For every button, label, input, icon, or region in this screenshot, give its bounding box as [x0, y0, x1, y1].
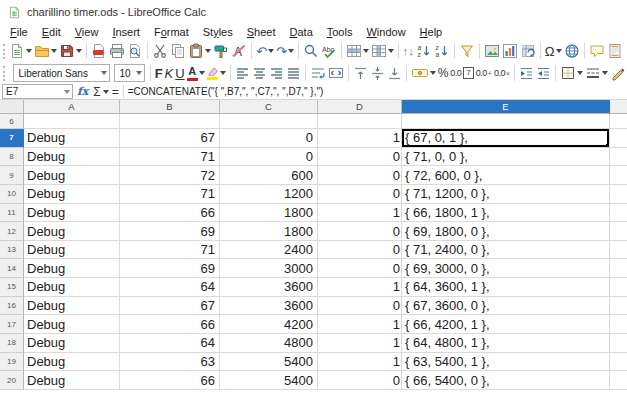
- cell-B19[interactable]: 63: [120, 353, 220, 372]
- dropdown-arrow-icon[interactable]: [602, 71, 608, 75]
- cell-B12[interactable]: 69: [120, 222, 220, 241]
- bold-icon[interactable]: F: [154, 63, 164, 83]
- justify-icon[interactable]: [285, 63, 302, 83]
- cell-B20[interactable]: 66: [120, 371, 220, 390]
- cell-C16[interactable]: 3600: [220, 297, 318, 316]
- cell-A15[interactable]: Debug: [24, 278, 120, 297]
- cell-D10[interactable]: 0: [318, 185, 402, 204]
- cell-B15[interactable]: 64: [120, 278, 220, 297]
- insert-chart-icon[interactable]: [501, 41, 519, 61]
- cell-A12[interactable]: Debug: [24, 222, 120, 241]
- select-all-corner[interactable]: [0, 100, 24, 114]
- cell-A19[interactable]: Debug: [24, 353, 120, 372]
- cell-B17[interactable]: 66: [120, 315, 220, 334]
- print-preview-icon[interactable]: [126, 41, 144, 61]
- cell-E15[interactable]: { 64, 3600, 1 },: [402, 278, 610, 297]
- cell-E20[interactable]: { 66, 5400, 0 },: [402, 371, 610, 390]
- col-header-e[interactable]: E: [402, 100, 610, 114]
- row-header-9[interactable]: 9: [0, 166, 24, 185]
- borders-icon[interactable]: [559, 63, 584, 83]
- menu-format[interactable]: Format: [147, 25, 196, 39]
- menu-insert[interactable]: Insert: [105, 25, 147, 39]
- cell-B18[interactable]: 64: [120, 334, 220, 353]
- name-box[interactable]: E7: [2, 84, 73, 99]
- cell-A18[interactable]: Debug: [24, 334, 120, 353]
- row-header-7[interactable]: 7: [0, 129, 24, 148]
- cell-A13[interactable]: Debug: [24, 241, 120, 260]
- cell-E17[interactable]: { 66, 4200, 1 },: [402, 315, 610, 334]
- dropdown-arrow-icon[interactable]: [51, 49, 57, 53]
- cell-D7[interactable]: 1: [318, 129, 402, 148]
- headers-footers-icon[interactable]: [606, 41, 624, 61]
- cell-F6[interactable]: [610, 114, 627, 129]
- dropdown-arrow-icon[interactable]: [220, 71, 226, 75]
- row-header-10[interactable]: 10: [0, 185, 24, 204]
- insert-column-icon[interactable]: [370, 41, 395, 61]
- align-center-icon[interactable]: [251, 63, 268, 83]
- cell-E11[interactable]: { 66, 1800, 1 },: [402, 204, 610, 223]
- cell-D16[interactable]: 0: [318, 297, 402, 316]
- equals-icon[interactable]: =: [109, 85, 123, 99]
- cell-C10[interactable]: 1200: [220, 185, 318, 204]
- insert-image-icon[interactable]: [483, 41, 501, 61]
- row-header-11[interactable]: 11: [0, 204, 24, 223]
- cell-D11[interactable]: 1: [318, 204, 402, 223]
- cell-A16[interactable]: Debug: [24, 297, 120, 316]
- cell-E6[interactable]: [402, 114, 610, 129]
- cell-D12[interactable]: 0: [318, 222, 402, 241]
- special-character-icon[interactable]: Ω: [544, 41, 563, 61]
- dropdown-arrow-icon[interactable]: [577, 71, 583, 75]
- cell-A14[interactable]: Debug: [24, 259, 120, 278]
- cell-B13[interactable]: 71: [120, 241, 220, 260]
- dropdown-arrow-icon[interactable]: [64, 90, 70, 94]
- cell-E14[interactable]: { 69, 3000, 0 },: [402, 259, 610, 278]
- menu-styles[interactable]: Styles: [196, 25, 240, 39]
- autofilter-icon[interactable]: [458, 41, 476, 61]
- cell-A17[interactable]: Debug: [24, 315, 120, 334]
- cell-E16[interactable]: { 67, 3600, 0 },: [402, 297, 610, 316]
- menu-edit[interactable]: Edit: [35, 25, 68, 39]
- cell-A9[interactable]: Debug: [24, 166, 120, 185]
- delete-decimal-icon[interactable]: 0.0×: [493, 63, 511, 83]
- decrease-indent-icon[interactable]: [535, 63, 552, 83]
- highlight-color-icon[interactable]: [206, 63, 227, 83]
- cell-E18[interactable]: { 64, 4800, 1 },: [402, 334, 610, 353]
- spelling-icon[interactable]: Abc: [320, 41, 338, 61]
- cell-B14[interactable]: 69: [120, 259, 220, 278]
- insert-comment-icon[interactable]: [588, 41, 606, 61]
- cell-E10[interactable]: { 71, 1200, 0 },: [402, 185, 610, 204]
- row-header-13[interactable]: 13: [0, 241, 24, 260]
- cell-E7[interactable]: { 67, 0, 1 },: [402, 129, 610, 148]
- cell-E9[interactable]: { 72, 600, 0 },: [402, 166, 610, 185]
- cell-A20[interactable]: Debug: [24, 371, 120, 390]
- date-format-icon[interactable]: 7: [462, 63, 474, 83]
- sum-icon[interactable]: Σ: [92, 85, 101, 99]
- align-bottom-icon[interactable]: [386, 63, 403, 83]
- find-replace-icon[interactable]: [302, 41, 320, 61]
- new-icon[interactable]: [8, 41, 33, 61]
- menu-sheet[interactable]: Sheet: [240, 25, 283, 39]
- cell-C20[interactable]: 5400: [220, 371, 318, 390]
- save-icon[interactable]: [58, 41, 83, 61]
- row-header-8[interactable]: 8: [0, 148, 24, 167]
- align-top-icon[interactable]: [352, 63, 369, 83]
- cell-C18[interactable]: 4800: [220, 334, 318, 353]
- dropdown-arrow-icon[interactable]: [430, 71, 436, 75]
- cell-C17[interactable]: 4200: [220, 315, 318, 334]
- menu-data[interactable]: Data: [283, 25, 320, 39]
- col-header-f[interactable]: [610, 100, 627, 114]
- cell-A10[interactable]: Debug: [24, 185, 120, 204]
- cell-B9[interactable]: 72: [120, 166, 220, 185]
- dropdown-arrow-icon[interactable]: [556, 49, 562, 53]
- cell-E12[interactable]: { 69, 1800, 0 },: [402, 222, 610, 241]
- row-header-16[interactable]: 16: [0, 297, 24, 316]
- dropdown-arrow-icon[interactable]: [76, 49, 82, 53]
- font-color-icon[interactable]: A: [186, 63, 206, 83]
- dropdown-arrow-icon[interactable]: [388, 49, 394, 53]
- cell-D8[interactable]: 0: [318, 148, 402, 167]
- sort-icon[interactable]: ↑↓: [402, 41, 415, 61]
- row-header-6[interactable]: 6: [0, 114, 24, 129]
- pivot-table-icon[interactable]: [519, 41, 537, 61]
- col-header-b[interactable]: B: [120, 100, 220, 114]
- cell-C6[interactable]: [220, 114, 318, 129]
